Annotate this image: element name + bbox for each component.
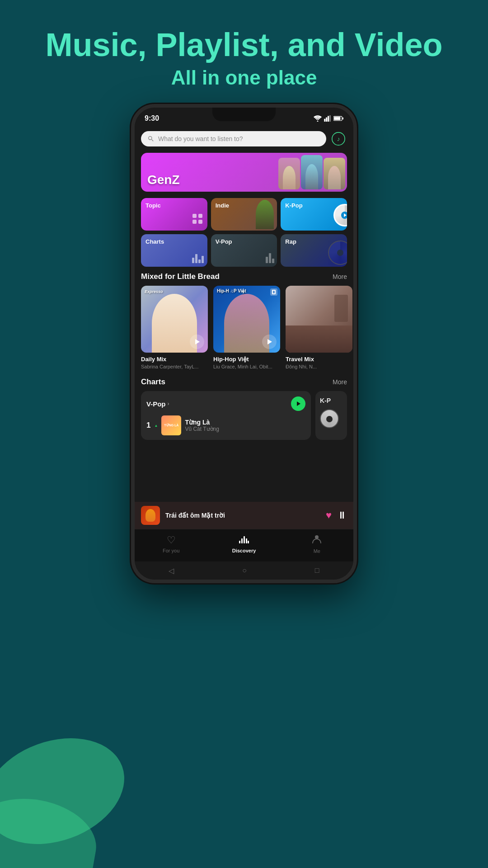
- recents-button[interactable]: □: [315, 566, 319, 575]
- screen-content: What do you want to listen to? ♪ GenZ: [135, 127, 353, 502]
- mix-card-daily[interactable]: Expresso Daily Mix Sabrina Carpenter, Ta…: [141, 286, 208, 369]
- mini-player-pause-button[interactable]: ⏸: [337, 509, 347, 521]
- svg-point-0: [317, 121, 319, 122]
- category-kpop-label: K-Pop: [285, 202, 302, 209]
- banner-genz[interactable]: GenZ: [141, 153, 347, 192]
- rap-disc-icon: [328, 241, 347, 265]
- category-row-2: Charts V-Pop: [141, 234, 347, 267]
- mini-player-art: [141, 506, 160, 525]
- hiphop-play[interactable]: [262, 335, 277, 349]
- vpop-chart-card[interactable]: V-Pop › 1 ▲: [141, 391, 311, 440]
- svg-rect-21: [246, 538, 247, 543]
- category-kpop[interactable]: K-Pop: [281, 198, 347, 231]
- category-indie-label: Indie: [216, 202, 229, 209]
- mixed-section-title: Mixed for Little Bread: [141, 272, 220, 281]
- category-row-1: Topic Indie K-Pop: [141, 198, 347, 231]
- status-icons: [314, 115, 343, 122]
- category-indie[interactable]: Indie: [211, 198, 277, 231]
- mix-sub-travel: Đông Nhi, N...: [286, 364, 352, 369]
- chart-song-info: Từng Là Vũ Cát Tường: [185, 419, 305, 432]
- vpop-play-button[interactable]: [291, 396, 305, 411]
- charts-section: Charts More V-Pop ›: [135, 377, 353, 443]
- search-placeholder: What do you want to listen to?: [158, 135, 243, 142]
- mix-thumb-daily: Expresso: [141, 286, 208, 353]
- charts-bar-icon: [192, 254, 204, 263]
- category-vpop-label: V-Pop: [216, 238, 232, 245]
- chart-album-art: TỪNG LÀ: [161, 415, 181, 435]
- banner-label: GenZ: [147, 173, 180, 187]
- chart-rank: 1: [146, 421, 150, 430]
- svg-rect-3: [328, 116, 329, 122]
- nav-item-me[interactable]: Me: [281, 534, 353, 554]
- bottom-nav: ♡ For you Discovery: [135, 529, 353, 561]
- mix-title-hiphop: Hip-Hop Việt: [213, 356, 280, 363]
- svg-rect-2: [326, 118, 327, 122]
- banner-people: [257, 153, 347, 192]
- svg-rect-11: [198, 214, 202, 218]
- topic-icon: [191, 212, 204, 227]
- mix-sub-daily: Sabrina Carpenter, TayL...: [141, 364, 208, 369]
- mini-player-title: Trái đất ôm Mặt trời: [165, 512, 320, 519]
- mix-card-travel[interactable]: Travel Mix Đông Nhi, N...: [286, 286, 352, 369]
- mix-card-hiphop[interactable]: Hip-H ♫P Việt Hip-Hop Việt Liu Grace, Mi…: [213, 286, 280, 369]
- svg-rect-22: [248, 541, 249, 543]
- music-discover-button[interactable]: ♪: [330, 130, 347, 147]
- nav-label-for-you: For you: [163, 548, 179, 553]
- svg-point-23: [315, 535, 319, 539]
- system-nav: ◁ ○ □: [135, 561, 353, 580]
- svg-rect-13: [198, 220, 202, 224]
- mixed-section-more[interactable]: More: [333, 273, 347, 280]
- svg-rect-18: [239, 541, 240, 543]
- svg-marker-15: [195, 339, 200, 344]
- svg-marker-16: [267, 339, 272, 344]
- mix-title-daily: Daily Mix: [141, 356, 208, 363]
- svg-marker-17: [297, 401, 300, 406]
- signal-icon: [324, 115, 331, 122]
- category-charts[interactable]: Charts: [141, 234, 207, 267]
- svg-rect-20: [244, 536, 245, 543]
- nav-item-discovery[interactable]: Discovery: [207, 534, 280, 553]
- category-rap[interactable]: Rap: [281, 234, 347, 267]
- status-time: 9:30: [145, 114, 159, 123]
- back-button[interactable]: ◁: [169, 566, 174, 575]
- mini-player-heart-button[interactable]: ♥: [326, 509, 332, 521]
- home-button[interactable]: ○: [242, 566, 247, 575]
- nav-label-me: Me: [314, 548, 320, 554]
- charts-more[interactable]: More: [333, 378, 347, 386]
- nav-item-for-you[interactable]: ♡ For you: [135, 534, 207, 553]
- daily-mix-play[interactable]: [190, 335, 204, 349]
- category-topic[interactable]: Topic: [141, 198, 207, 231]
- chart-song-title: Từng Là: [185, 419, 305, 426]
- svg-text:♪: ♪: [337, 136, 340, 142]
- mix-title-travel: Travel Mix: [286, 356, 352, 363]
- mix-thumb-hiphop: Hip-H ♫P Việt: [213, 286, 280, 353]
- indie-person-silhouette: [252, 198, 277, 231]
- search-input[interactable]: What do you want to listen to?: [141, 131, 326, 146]
- category-vpop[interactable]: V-Pop: [211, 234, 277, 267]
- mix-cards-row: Expresso Daily Mix Sabrina Carpenter, Ta…: [135, 286, 353, 369]
- vpop-chevron-icon: ›: [168, 401, 169, 407]
- kpop-chart-card-partial[interactable]: K-P: [315, 391, 347, 440]
- charts-section-title: Charts: [141, 377, 165, 387]
- category-charts-label: Charts: [145, 238, 164, 245]
- category-rap-label: Rap: [285, 238, 296, 245]
- category-grid: Topic Indie K-Pop: [135, 198, 353, 267]
- svg-rect-10: [192, 214, 197, 218]
- chart-song-artist: Vũ Cát Tường: [185, 426, 305, 432]
- svg-marker-14: [344, 213, 347, 217]
- search-icon: [147, 135, 155, 142]
- vpop-bar-icon: [266, 253, 274, 263]
- chart-trend-icon: ▲: [154, 424, 158, 428]
- chart-trend: ▲: [154, 424, 158, 428]
- category-topic-label: Topic: [145, 202, 161, 209]
- mixed-section-header: Mixed for Little Bread More: [135, 272, 353, 281]
- kpop-disc-icon: [333, 204, 347, 226]
- kpop-chart-region: K-P: [320, 397, 331, 404]
- vpop-chart-region: V-Pop: [146, 400, 166, 408]
- mix-sub-hiphop: Liu Grace, Minh Lai, Obit...: [213, 364, 280, 369]
- svg-rect-4: [329, 115, 331, 122]
- svg-rect-19: [241, 538, 243, 543]
- svg-rect-1: [324, 119, 325, 122]
- mini-player[interactable]: Trái đất ôm Mặt trời ♥ ⏸: [135, 502, 353, 529]
- subheadline: All in one place: [0, 66, 488, 89]
